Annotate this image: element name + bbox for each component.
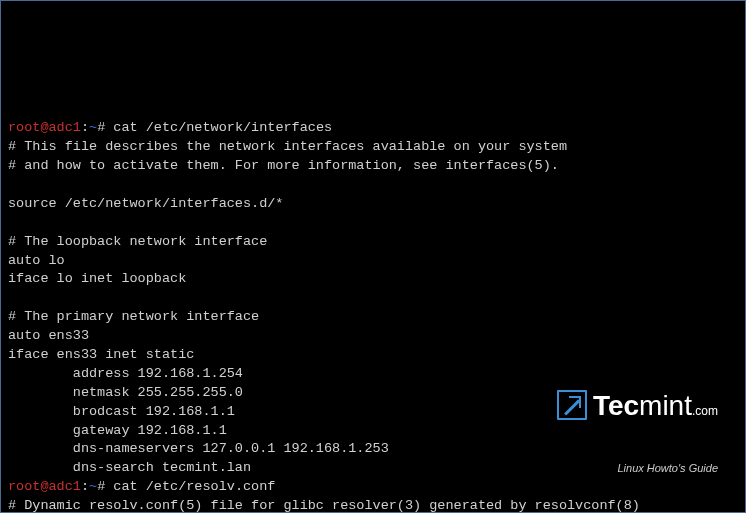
prompt-colon: : [81, 120, 89, 135]
prompt-path: ~ [89, 479, 97, 494]
output-line: iface ens33 inet static [8, 347, 194, 362]
output-line: source /etc/network/interfaces.d/* [8, 196, 283, 211]
output-line: # Dynamic resolv.conf(5) file for glibc … [8, 498, 640, 513]
prompt-user-host: root@adc1 [8, 479, 81, 494]
output-line: address 192.168.1.254 [8, 366, 243, 381]
output-line: netmask 255.255.255.0 [8, 385, 243, 400]
output-line: iface lo inet loopback [8, 271, 186, 286]
prompt-hash: # [97, 120, 105, 135]
output-line: gateway 192.168.1.1 [8, 423, 227, 438]
prompt-colon: : [81, 479, 89, 494]
output-line: auto ens33 [8, 328, 89, 343]
output-line: auto lo [8, 253, 65, 268]
output-line: # The loopback network interface [8, 234, 267, 249]
terminal-content[interactable]: root@adc1:~# cat /etc/network/interfaces… [8, 119, 738, 513]
output-line: # The primary network interface [8, 309, 259, 324]
command-text: cat /etc/network/interfaces [113, 120, 332, 135]
prompt-path: ~ [89, 120, 97, 135]
output-line: dns-search tecmint.lan [8, 460, 251, 475]
output-line: brodcast 192.168.1.1 [8, 404, 235, 419]
output-line: # This file describes the network interf… [8, 139, 567, 154]
output-line: # and how to activate them. For more inf… [8, 158, 559, 173]
prompt-user-host: root@adc1 [8, 120, 81, 135]
output-line: dns-nameservers 127.0.0.1 192.168.1.253 [8, 441, 389, 456]
command-text: cat /etc/resolv.conf [113, 479, 275, 494]
prompt-hash: # [97, 479, 105, 494]
